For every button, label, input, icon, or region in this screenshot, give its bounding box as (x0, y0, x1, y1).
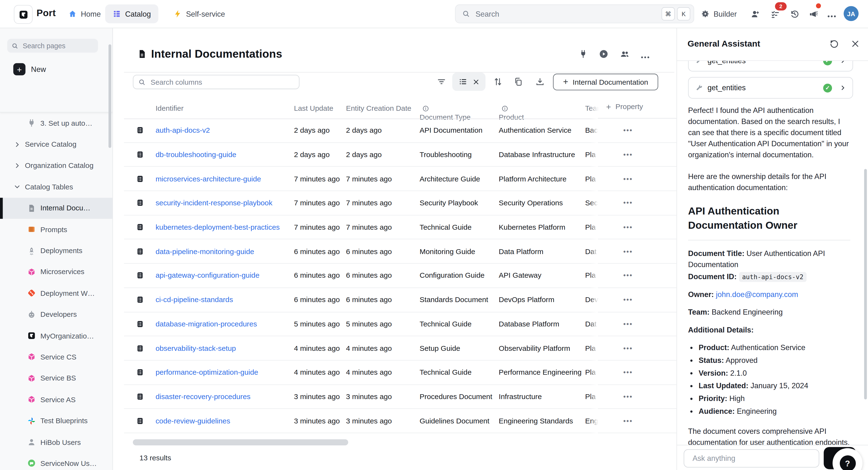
history-icon[interactable] (790, 9, 799, 19)
sidebar-item-prompts[interactable]: Prompts (0, 219, 112, 240)
sidebar-item-deployment-w[interactable]: Deployment W… (0, 283, 112, 304)
col-identifier[interactable]: Identifier (156, 104, 184, 112)
tasks-badge: 2 (775, 2, 786, 10)
row-more-button[interactable]: ••• (623, 223, 633, 231)
new-page-button[interactable]: + New (13, 62, 46, 76)
tool-call-card[interactable]: get_entities✓ (688, 77, 853, 99)
more-menu-icon[interactable] (827, 11, 836, 21)
message-divider (688, 240, 850, 240)
sidebar-item-test-blueprints[interactable]: Test Blueprints (0, 410, 112, 432)
identifier-link[interactable]: microservices-architecture-guide (156, 175, 261, 183)
identifier-link[interactable]: observability-stack-setup (156, 344, 236, 352)
creation-date-cell: 7 minutes ago (346, 175, 392, 183)
identifier-link[interactable]: disaster-recovery-procedures (156, 392, 250, 401)
product-cell: Authentication Service (499, 126, 571, 135)
identifier-link[interactable]: database-migration-procedures (156, 320, 257, 328)
row-more-button[interactable]: ••• (623, 272, 633, 280)
creation-date-cell: 7 minutes ago (346, 223, 392, 231)
avatar[interactable]: JA (844, 6, 859, 21)
row-more-button[interactable]: ••• (623, 296, 633, 303)
sidebar-item-myorganizatio[interactable]: MyOrganizatio… (0, 325, 112, 346)
nav-item-catalog[interactable]: Catalog (105, 4, 158, 23)
doc-title-field: Document Title: User Authentication API … (688, 248, 850, 270)
identifier-link[interactable]: data-pipeline-monitoring-guide (156, 247, 254, 256)
col-last-update[interactable]: Last Update (294, 104, 333, 112)
row-more-button[interactable]: ••• (623, 369, 633, 376)
plug-icon[interactable] (579, 49, 588, 59)
catalog-icon (112, 9, 121, 18)
search-columns-input[interactable] (150, 77, 294, 87)
sidebar-item-service-bs[interactable]: Service BS (0, 368, 112, 389)
sidebar-item-internal-docu[interactable]: Internal Docu… (0, 198, 112, 219)
sidebar-item-developers[interactable]: Developers (0, 304, 112, 325)
identifier-link[interactable]: auth-api-docs-v2 (156, 126, 210, 135)
row-actions: ••• (598, 191, 677, 215)
row-more-button[interactable]: ••• (623, 175, 633, 183)
identifier-link[interactable]: code-review-guidelines (156, 417, 230, 425)
add-property-button[interactable]: + Property (598, 95, 677, 118)
nav-item-home[interactable]: Home (61, 4, 108, 23)
invite-user-icon[interactable] (751, 9, 760, 19)
reset-icon[interactable] (830, 39, 839, 48)
row-more-button[interactable]: ••• (623, 417, 633, 424)
last-update-cell: 2 days ago (294, 126, 330, 135)
audience-icon[interactable] (620, 49, 629, 59)
sidebar-item-microservices[interactable]: Microservices (0, 261, 112, 283)
sidebar-item-organization-catalog[interactable]: Organization Catalog (0, 155, 112, 176)
sidebar-item-catalog-tables[interactable]: Catalog Tables (0, 176, 112, 197)
sidebar-item-3-set-up-auto[interactable]: 3. Set up auto… (0, 112, 112, 134)
nav-item-self-service[interactable]: Self-service (166, 4, 232, 23)
search-columns[interactable] (133, 75, 300, 89)
sidebar-item-servicenow-us[interactable]: ServiceNow Us… (0, 452, 112, 470)
row-more-button[interactable]: ••• (623, 320, 633, 328)
row-more-button[interactable]: ••• (623, 344, 633, 352)
download-icon[interactable] (535, 77, 545, 86)
col-document-type[interactable]: Document Type (420, 104, 429, 112)
clear-view-icon[interactable] (472, 79, 479, 85)
identifier-link[interactable]: api-gateway-configuration-guide (156, 271, 259, 280)
list-view-icon[interactable] (459, 78, 467, 86)
identifier-link[interactable]: performance-optimization-guide (156, 368, 258, 376)
product-cell: Data Platform (499, 247, 544, 256)
global-search-input[interactable] (474, 9, 659, 19)
demo-video-icon[interactable] (599, 49, 608, 59)
sidebar-search[interactable] (7, 39, 98, 53)
sort-icon[interactable] (493, 77, 503, 86)
sidebar-search-input[interactable] (22, 41, 94, 50)
owner-email-link[interactable]: john.doe@company.com (716, 290, 798, 298)
entity-doc-icon (136, 368, 144, 377)
sidebar-item-service-as[interactable]: Service AS (0, 389, 112, 410)
identifier-link[interactable]: kubernetes-deployment-best-practices (156, 223, 280, 231)
builder-button[interactable]: Builder (701, 0, 737, 28)
add-entity-button[interactable]: + Internal Documentation (553, 74, 658, 90)
row-more-button[interactable]: ••• (623, 151, 633, 158)
identifier-link[interactable]: ci-cd-pipeline-standards (156, 296, 233, 304)
chevron-right-icon (840, 61, 846, 64)
close-icon[interactable] (851, 39, 860, 48)
page-more-icon[interactable] (641, 53, 650, 62)
sidebar-item-service-catalog[interactable]: Service Catalog (0, 134, 112, 155)
sidebar-scrollbar[interactable] (108, 45, 111, 148)
row-more-button[interactable]: ••• (623, 199, 633, 207)
creation-date-cell: 5 minutes ago (346, 320, 392, 328)
sidebar-item-deployments[interactable]: Deployments (0, 240, 112, 261)
sidebar-item-service-cs[interactable]: Service CS (0, 347, 112, 368)
tool-call-card[interactable]: get_entities✓ (688, 61, 853, 72)
copy-icon[interactable] (514, 77, 523, 86)
col-entity-creation-date[interactable]: Entity Creation Date (346, 104, 411, 112)
assistant-scrollbar[interactable] (864, 169, 867, 399)
port-logo[interactable] (14, 5, 33, 24)
row-more-button[interactable]: ••• (623, 393, 633, 401)
row-more-button[interactable]: ••• (623, 247, 633, 255)
table-horizontal-scrollbar[interactable] (133, 439, 348, 445)
identifier-link[interactable]: db-troubleshooting-guide (156, 150, 236, 158)
col-product[interactable]: Product (499, 104, 508, 112)
row-more-button[interactable]: ••• (623, 126, 633, 134)
tasks-icon[interactable] (771, 9, 780, 19)
global-search[interactable]: ⌘ K (455, 4, 694, 23)
filter-icon[interactable] (437, 77, 446, 86)
ask-input[interactable] (691, 453, 812, 463)
sidebar-item-hibob-users[interactable]: HiBob Users (0, 432, 112, 452)
announcements-icon[interactable] (809, 9, 818, 19)
identifier-link[interactable]: security-incident-response-playbook (156, 199, 273, 207)
